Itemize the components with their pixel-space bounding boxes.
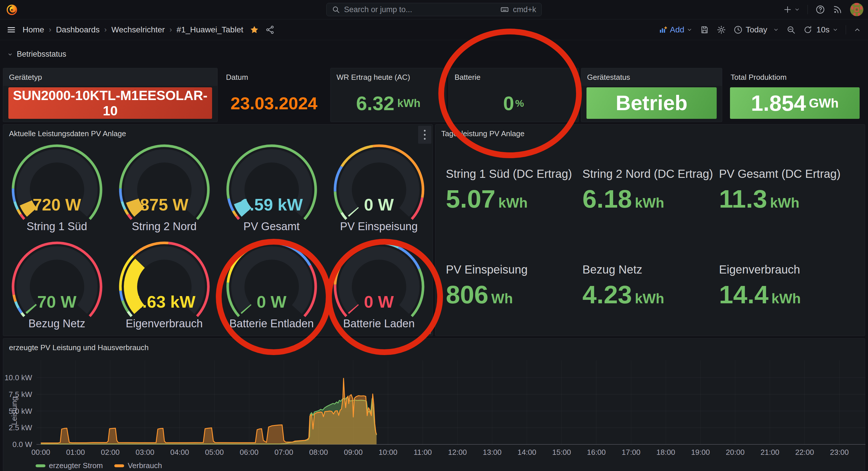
x-tick-label: 23:00 (830, 448, 848, 457)
x-tick-label: 13:00 (483, 448, 501, 457)
daily-stat-unit: Wh (491, 291, 513, 306)
daily-stat-unit: kWh (771, 291, 801, 306)
x-tick-label: 19:00 (691, 448, 710, 457)
stat-value-block: Betrieb (587, 87, 717, 119)
gauge-arc: 0 W (330, 239, 428, 317)
x-tick-label: 12:00 (448, 448, 467, 457)
zoom-out-icon[interactable] (786, 25, 796, 34)
y-tick-label: 10.0 kW (3, 373, 32, 382)
chevron-down-icon (832, 27, 838, 33)
stat-body: 6.32kWh (331, 85, 446, 122)
daily-stat-value: 14.4 (719, 280, 769, 309)
daily-stat-value: 5.07 (446, 184, 495, 213)
breadcrumb-item-home[interactable]: Home (23, 25, 44, 34)
panel-pv-leistung-chart: erzeugte PV Leistung und Hausverbrauch L… (3, 338, 865, 471)
daily-stat-value: 11.3 (719, 184, 767, 213)
daily-stat-label: String 2 Nord (DC Ertrag) (582, 166, 719, 181)
chart-legend: erzeugter StromVerbrauch (36, 461, 162, 470)
stat-title: Total Produktiom (725, 68, 865, 82)
x-tick-label: 05:00 (205, 448, 224, 457)
daily-stat-value: 4.23 (582, 280, 632, 309)
save-icon[interactable] (700, 25, 709, 34)
stat-unit: GWh (809, 96, 839, 110)
daily-stat-pv-einspeisung: PV Einspeisung806Wh (446, 238, 582, 333)
gauge-string-2-nord: 875 WString 2 Nord (111, 142, 218, 239)
x-tick-label: 09:00 (344, 448, 363, 457)
stat-title: Gerätetyp (3, 68, 217, 86)
stat-body: 1.854GWh (725, 85, 865, 122)
daily-stat-value: 806 (446, 280, 488, 309)
gauge-pv-gesamt: 1.59 kWPV Gesamt (218, 142, 325, 239)
user-avatar[interactable] (850, 3, 863, 16)
legend-item-erzeugter-strom[interactable]: erzeugter Strom (36, 461, 103, 470)
news-rss-icon[interactable] (833, 5, 842, 14)
stat-unit: % (515, 98, 524, 109)
gauge-arc: 1.63 kW (115, 239, 214, 317)
row-toggle-betriebsstatus[interactable]: Betriebsstatus (7, 50, 66, 59)
add-panel-icon (659, 26, 668, 34)
daily-stat-unit: kWh (498, 195, 527, 210)
menu-hamburger-icon[interactable] (7, 26, 16, 34)
daily-stat-label: Bezug Netz (582, 262, 719, 277)
x-tick-label: 02:00 (101, 448, 120, 457)
breadcrumb-separator: › (104, 25, 107, 34)
stat-panel-geraetestatus: GerätestatusBetrieb (581, 68, 722, 122)
legend-label: Verbrauch (128, 461, 162, 470)
divider (846, 25, 846, 34)
chevron-down-icon (794, 7, 800, 12)
stat-value: Betrieb (616, 91, 687, 115)
daily-stats-grid: String 1 Süd (DC Ertrag)5.07kWhString 2 … (446, 142, 859, 333)
gauge-eigenverbrauch: 1.63 kWEigenverbrauch (111, 239, 218, 336)
legend-color-pill (36, 464, 45, 467)
gauge-arc: 1.59 kW (222, 142, 321, 220)
gauge-bezug-netz: 70 WBezug Netz (3, 239, 111, 336)
daily-stat-valueline: 14.4kWh (719, 280, 856, 309)
breadcrumb-item--1-huawei-tablet[interactable]: #1_Huawei_Tablet (177, 25, 243, 34)
breadcrumb-item-wechselrichter[interactable]: Wechselrichter (112, 25, 165, 34)
gauge-value: 0 W (330, 292, 428, 311)
stat-panel-total-produktion: Total Produktiom1.854GWh (724, 68, 865, 122)
panel-title: Tagesleistung PV Anlage (435, 125, 865, 138)
search-input[interactable]: Search or jump to... cmd+k (327, 3, 541, 16)
legend-item-verbrauch[interactable]: Verbrauch (114, 461, 162, 470)
row-title: Betriebsstatus (17, 50, 66, 59)
gauge-value: 70 W (8, 292, 106, 311)
gauge-pv-einspeisung: 0 WPV Einspeisung (325, 142, 433, 239)
stats-row: GerätetypSUN2000-10KTL-M1EESOLAR-10Datum… (3, 68, 865, 122)
time-range-picker[interactable]: Today (734, 25, 779, 34)
y-tick-label: 5.0 kW (3, 406, 32, 415)
refresh-icon (803, 25, 812, 34)
collapse-toolbar-icon[interactable] (854, 26, 861, 34)
gauge-label: PV Gesamt (243, 220, 300, 233)
y-tick-label: 7.5 kW (3, 390, 32, 399)
help-icon[interactable] (815, 5, 825, 14)
settings-gear-icon[interactable] (717, 25, 726, 34)
new-button[interactable] (783, 5, 800, 14)
stat-value: 6.32 (356, 92, 394, 114)
x-tick-label: 03:00 (135, 448, 154, 457)
refresh-picker[interactable]: 10s (803, 25, 838, 34)
top-nav: Search or jump to... cmd+k (0, 0, 868, 20)
grafana-logo[interactable] (5, 3, 19, 16)
favorite-star-icon[interactable] (250, 25, 259, 34)
x-tick-label: 04:00 (170, 448, 189, 457)
add-button[interactable]: Add (659, 25, 692, 34)
search-icon (332, 5, 340, 13)
legend-color-pill (114, 464, 124, 467)
x-tick-label: 06:00 (240, 448, 258, 457)
x-tick-label: 20:00 (726, 448, 744, 457)
gauge-arc: 70 W (8, 239, 106, 317)
chevron-down-icon (687, 27, 692, 33)
gauge-arc: 720 W (8, 142, 106, 220)
panel-menu-button[interactable] (418, 126, 431, 144)
legend-label: erzeugter Strom (49, 461, 103, 470)
kebab-menu-icon (424, 130, 426, 140)
stat-value: 23.03.2024 (230, 93, 317, 113)
plus-icon (783, 5, 792, 14)
daily-stat-label: String 1 Süd (DC Ertrag) (446, 166, 582, 181)
gauge-label: String 2 Nord (132, 220, 197, 233)
breadcrumb-item-dashboards[interactable]: Dashboards (56, 25, 99, 34)
share-icon[interactable] (265, 25, 275, 34)
gauge-value: 720 W (8, 195, 106, 214)
panel-resize-handle[interactable] (427, 330, 431, 334)
